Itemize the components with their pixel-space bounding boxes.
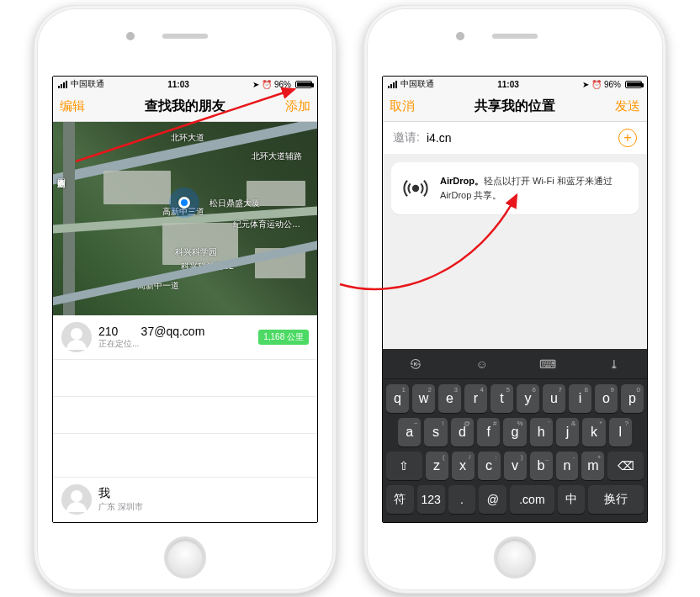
key-numbers[interactable]: 123 [417, 485, 445, 514]
status-bar: 中国联通 11:03 ➤ ⏰ 96% [53, 77, 317, 92]
screen-right: 中国联通 11:03 ➤ ⏰ 96% 取消 共享我的位置 发送 邀请: i4.c… [382, 76, 648, 523]
send-button[interactable]: 发送 [607, 98, 640, 114]
key-c[interactable]: c: [478, 452, 501, 480]
key-d[interactable]: d@ [451, 418, 474, 446]
key-dotcom[interactable]: .com [510, 485, 554, 514]
list-item [53, 397, 317, 434]
key-a[interactable]: a~ [398, 418, 421, 446]
kbd-tool-emoji[interactable]: ☺ [449, 349, 516, 378]
key-i[interactable]: i8 [569, 384, 591, 413]
friend-status: 正在定位... [98, 338, 253, 350]
cancel-button[interactable]: 取消 [390, 98, 423, 114]
kbd-row-4: 符 123 . @ .com 中 换行 [386, 485, 644, 514]
invite-row[interactable]: 邀请: i4.cn + [383, 122, 647, 154]
home-button[interactable] [494, 536, 536, 579]
key-at[interactable]: @ [479, 485, 506, 514]
map-view[interactable]: 北环大道 北环大道辅路 高新中三道 科兴科学园 科兴科学园C2 纪元体育运动公…… [53, 122, 317, 315]
avatar [61, 322, 92, 352]
list-item [53, 360, 317, 397]
kbd-row-1: q1w2e3r4t5y6u7i8o9p0 [386, 384, 644, 413]
key-p[interactable]: p0 [621, 384, 644, 413]
map-road-top: 北环大道 [171, 132, 204, 144]
alarm-icon: ⏰ [591, 80, 602, 89]
kbd-tool-collapse[interactable]: ⤓ [581, 349, 648, 378]
key-b[interactable]: b_ [530, 452, 553, 480]
key-symbols[interactable]: 符 [386, 485, 414, 514]
spacer [383, 223, 647, 349]
phone-left: 中国联通 11:03 ➤ ⏰ 96% 编辑 查找我的朋友 添加 [34, 5, 337, 594]
add-contact-button[interactable]: + [618, 129, 637, 147]
key-l[interactable]: l? [609, 418, 632, 446]
key-s[interactable]: s! [424, 418, 447, 446]
screen-left: 中国联通 11:03 ➤ ⏰ 96% 编辑 查找我的朋友 添加 [52, 76, 318, 523]
svg-point-0 [413, 186, 418, 191]
invite-input[interactable]: i4.cn [427, 131, 618, 145]
airdrop-card[interactable]: AirDrop。轻点以打开 Wi-Fi 和蓝牙来通过 AirDrop 共享。 [391, 162, 639, 214]
distance-badge: 1,168 公里 [258, 330, 309, 345]
phone-right: 中国联通 11:03 ➤ ⏰ 96% 取消 共享我的位置 发送 邀请: i4.c… [363, 5, 666, 594]
edit-button[interactable]: 编辑 [60, 98, 93, 114]
battery-icon [625, 81, 642, 88]
map-place-d: 纪元体育运动公… [233, 219, 300, 230]
key-enter[interactable]: 换行 [588, 485, 644, 514]
location-icon: ➤ [582, 80, 589, 89]
status-right: ➤ ⏰ 96% [252, 80, 312, 89]
status-bar: 中国联通 11:03 ➤ ⏰ 96% [383, 77, 647, 92]
camera-dot [456, 32, 464, 40]
key-z[interactable]: z( [426, 452, 448, 480]
key-v[interactable]: v) [504, 452, 527, 480]
key-h[interactable]: h' [530, 418, 553, 446]
key-u[interactable]: u7 [543, 384, 565, 413]
key-lang[interactable]: 中 [558, 485, 586, 514]
key-backspace[interactable]: ⌫ [607, 452, 644, 480]
key-t[interactable]: t5 [491, 384, 513, 413]
key-n[interactable]: n- [556, 452, 579, 480]
friend-row[interactable]: 210 37@qq.com 正在定位... 1,168 公里 [53, 315, 317, 360]
keyboard-toolbar: ㉿ ☺ ⌨ ⤓ [383, 349, 647, 379]
key-m[interactable]: m+ [581, 452, 604, 480]
key-g[interactable]: g% [503, 418, 526, 446]
carrier-label: 中国联通 [71, 78, 104, 90]
home-button[interactable] [164, 536, 206, 579]
speaker [492, 34, 538, 39]
navbar-left: 编辑 查找我的朋友 添加 [53, 92, 317, 122]
speaker [162, 34, 208, 39]
key-r[interactable]: r4 [464, 384, 487, 413]
key-y[interactable]: y6 [517, 384, 539, 413]
key-x[interactable]: x/ [452, 452, 475, 480]
kbd-tool-keyboard[interactable]: ⌨ [515, 349, 581, 378]
kbd-tool-menu[interactable]: ㉿ [383, 349, 449, 378]
key-dot[interactable]: . [448, 485, 476, 514]
map-place-a: 科兴科学园 [175, 246, 217, 258]
me-name: 我 [98, 486, 309, 501]
me-row[interactable]: 我 广东 深圳市 [53, 477, 317, 522]
kbd-row-3: ⇧ z(x/c:v)b_n-m+ ⌫ [386, 452, 644, 480]
key-e[interactable]: e3 [438, 384, 461, 413]
page-title: 查找我的朋友 [93, 98, 277, 115]
key-j[interactable]: j& [556, 418, 579, 446]
kbd-row-2: a~s!d@f#g%h'j&k*l? [386, 418, 644, 446]
map-road-bottom: 高新中一道 [137, 280, 179, 292]
alarm-icon: ⏰ [262, 80, 272, 89]
add-button[interactable]: 添加 [277, 98, 310, 114]
status-time: 11:03 [434, 80, 582, 89]
key-shift[interactable]: ⇧ [386, 452, 422, 480]
location-icon: ➤ [252, 80, 259, 89]
map-road-top-aux: 北环大道辅路 [252, 151, 302, 162]
carrier-label: 中国联通 [400, 78, 434, 90]
status-time: 11:03 [104, 80, 252, 89]
phone-body: 中国联通 11:03 ➤ ⏰ 96% 取消 共享我的位置 发送 邀请: i4.c… [367, 8, 663, 590]
page-title: 共享我的位置 [423, 98, 607, 115]
signal-icon [58, 81, 67, 88]
key-o[interactable]: o9 [595, 384, 618, 413]
keyboard[interactable]: ㉿ ☺ ⌨ ⤓ q1w2e3r4t5y6u7i8o9p0 a~s!d@f#g%h… [383, 349, 647, 522]
airdrop-icon [401, 174, 430, 203]
key-k[interactable]: k* [582, 418, 605, 446]
phone-body: 中国联通 11:03 ➤ ⏰ 96% 编辑 查找我的朋友 添加 [37, 8, 333, 590]
key-f[interactable]: f# [477, 418, 500, 446]
key-w[interactable]: w2 [412, 384, 435, 413]
key-q[interactable]: q1 [386, 384, 409, 413]
camera-dot [126, 32, 135, 40]
avatar [61, 484, 92, 515]
me-location: 广东 深圳市 [98, 501, 309, 513]
